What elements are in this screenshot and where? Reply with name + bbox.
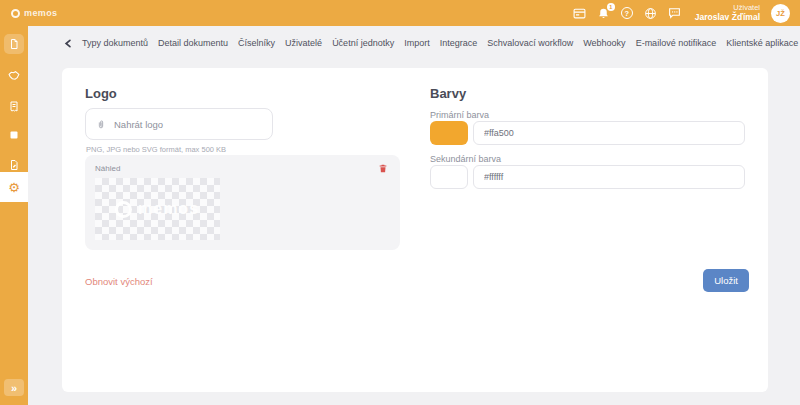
save-button[interactable]: Uložit [703,269,749,292]
user-role-label: Uživatel [695,3,760,12]
upload-hint: PNG, JPG nebo SVG formát, max 500 KB [86,145,226,154]
notifications-bell-icon[interactable]: 1 [597,7,610,20]
reset-defaults-link[interactable]: Obnovit výchozí [85,276,153,287]
notification-badge: 1 [607,3,615,11]
sidebar: ⚙ » [0,26,28,405]
user-name: Jaroslav Žďímal [695,12,760,22]
main-area: Typy dokumentů Detail dokumentu Číselník… [28,26,800,405]
document-icon [4,34,24,54]
upload-placeholder: Nahrát logo [114,119,163,130]
logo-ring-icon [11,9,20,18]
tab-detail-dokumentu[interactable]: Detail dokumentu [158,38,228,48]
preview-label: Náhled [95,164,120,173]
logo-text: memos [24,8,58,18]
square-icon [8,129,20,141]
secondary-color-label: Sekundární barva [430,154,501,164]
preview-logo-text: memos [138,200,199,218]
logo-preview-image: memos [95,178,220,240]
colors-section-title: Barvy [430,86,466,101]
sidebar-item-modules[interactable] [0,122,28,148]
feedback-chat-icon[interactable] [668,7,681,19]
sidebar-item-partners[interactable] [0,62,28,88]
sidebar-item-documents[interactable] [0,31,28,57]
preview-logo-ring-icon [115,201,132,218]
primary-color-swatch[interactable] [430,121,468,145]
tab-uzivatele[interactable]: Uživatelé [285,38,322,48]
tab-schvalovaci-workflow[interactable]: Schvalovací workflow [487,38,573,48]
paperclip-icon [96,118,106,131]
receipt-icon [8,100,20,113]
help-icon[interactable]: ? [621,7,633,19]
topbar-actions: 1 ? Uživatel Jaroslav Žďímal JŽ [573,3,790,22]
avatar[interactable]: JŽ [771,4,790,23]
sidebar-item-invoices[interactable] [0,93,28,119]
tab-import[interactable]: Import [404,38,430,48]
trash-icon [378,163,388,174]
primary-color-input[interactable] [473,121,745,145]
secondary-color-input[interactable] [473,165,745,189]
language-globe-icon[interactable] [644,7,657,20]
document-edit-icon [8,159,20,171]
logo-section-title: Logo [85,86,117,101]
tab-webhooky[interactable]: Webhooky [583,38,625,48]
apps-card-icon[interactable] [573,8,586,19]
tab-klientske-aplikace[interactable]: Klientské aplikace [726,38,798,48]
primary-color-label: Primární barva [430,110,489,120]
sidebar-expand-button[interactable]: » [4,379,24,396]
handshake-icon [8,69,21,82]
user-menu[interactable]: Uživatel Jaroslav Žďímal [695,3,760,22]
tabs-back-button[interactable] [64,39,72,48]
settings-tabbar: Typy dokumentů Detail dokumentu Číselník… [28,26,800,60]
tab-typy-dokumentu[interactable]: Typy dokumentů [82,38,148,48]
secondary-color-swatch[interactable] [430,165,468,189]
topbar: memos 1 ? Uživatel Jaroslav Žďímal JŽ [0,0,800,26]
gear-icon: ⚙ [8,181,20,194]
app-logo[interactable]: memos [11,8,58,18]
sidebar-item-settings[interactable]: ⚙ [0,172,28,202]
tab-emailove-notifikace[interactable]: E-mailové notifikace [636,38,717,48]
logo-preview-panel: Náhled memos [85,155,400,250]
tab-ciselniky[interactable]: Číselníky [238,38,275,48]
design-settings-card: Logo Nahrát logo PNG, JPG nebo SVG formá… [62,68,768,392]
delete-logo-button[interactable] [378,163,388,174]
tab-integrace[interactable]: Integrace [440,38,478,48]
tab-ucetni-jednotky[interactable]: Účetní jednotky [332,38,394,48]
logo-upload-field[interactable]: Nahrát logo [85,108,273,140]
